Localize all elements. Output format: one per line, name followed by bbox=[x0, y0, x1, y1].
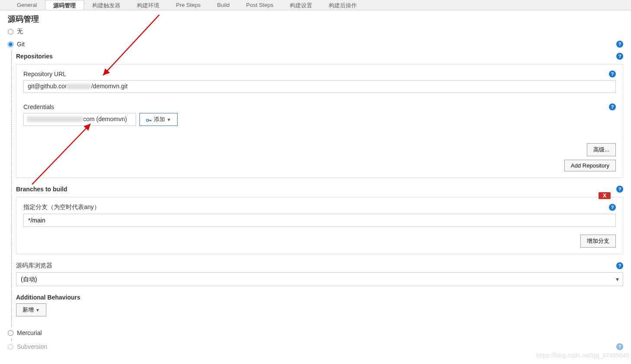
config-tabs: General 源码管理 构建触发器 构建环境 Pre Steps Build … bbox=[0, 0, 631, 10]
credentials-label: Credentials bbox=[23, 103, 54, 110]
advanced-button[interactable]: 高级... bbox=[587, 143, 616, 156]
add-repository-button[interactable]: Add Repository bbox=[564, 160, 616, 171]
scm-radio-none[interactable] bbox=[8, 29, 13, 35]
help-icon-credentials[interactable]: ? bbox=[609, 103, 616, 110]
section-title: 源码管理 bbox=[0, 10, 631, 25]
repo-browser-label: 源码库浏览器 bbox=[16, 262, 52, 270]
add-behaviour-button[interactable]: 新增 ▼ bbox=[16, 303, 46, 316]
key-icon bbox=[146, 117, 152, 122]
branches-header: Branches to build bbox=[16, 186, 67, 193]
tab-build[interactable]: Build bbox=[209, 0, 238, 10]
branch-spec-label: 指定分支（为空时代表any） bbox=[23, 203, 100, 211]
tab-scm[interactable]: 源码管理 bbox=[45, 0, 84, 10]
tab-settings[interactable]: 构建设置 bbox=[282, 0, 320, 10]
scm-label-mercurial: Mercurial bbox=[17, 329, 42, 336]
help-icon-git[interactable]: ? bbox=[616, 41, 623, 48]
repo-url-label: Repository URL bbox=[23, 71, 66, 77]
tab-env[interactable]: 构建环境 bbox=[129, 0, 168, 10]
behaviours-header: Additional Behaviours bbox=[16, 294, 81, 301]
tab-triggers[interactable]: 构建触发器 bbox=[84, 0, 129, 10]
credentials-select[interactable] bbox=[23, 113, 136, 126]
tab-postbuild[interactable]: 构建后操作 bbox=[320, 0, 365, 10]
scm-radio-mercurial[interactable] bbox=[8, 330, 13, 336]
help-icon-branch-spec[interactable]: ? bbox=[609, 204, 616, 211]
scm-label-subversion: Subversion bbox=[17, 343, 47, 350]
help-icon-repo-url[interactable]: ? bbox=[609, 71, 616, 77]
tab-poststeps[interactable]: Post Steps bbox=[238, 0, 282, 10]
delete-branch-button[interactable]: X bbox=[599, 192, 611, 199]
tab-presteps[interactable]: Pre Steps bbox=[168, 0, 209, 10]
branch-spec-input[interactable] bbox=[23, 214, 616, 227]
chevron-down-icon: ▼ bbox=[36, 308, 40, 312]
repo-url-input[interactable] bbox=[23, 80, 616, 93]
scm-radio-git[interactable] bbox=[8, 42, 13, 47]
svg-rect-3 bbox=[151, 120, 152, 122]
help-icon-branches[interactable]: ? bbox=[616, 186, 623, 193]
scm-label-none: 无 bbox=[17, 28, 23, 35]
tab-general[interactable]: General bbox=[9, 0, 45, 10]
add-behaviour-label: 新增 bbox=[23, 306, 34, 314]
repositories-header: Repositories bbox=[16, 53, 53, 60]
chevron-down-icon: ▼ bbox=[167, 117, 171, 122]
help-icon-repositories[interactable]: ? bbox=[616, 53, 623, 60]
help-icon-repo-browser[interactable]: ? bbox=[616, 262, 623, 269]
branch-panel: X 指定分支（为空时代表any） ? 增加分支 bbox=[16, 197, 623, 254]
repo-browser-select[interactable]: (自动) bbox=[16, 272, 623, 286]
scm-label-git: Git bbox=[17, 41, 25, 48]
help-icon-subversion[interactable]: ? bbox=[616, 343, 623, 350]
add-credentials-button[interactable]: 添加 ▼ bbox=[139, 113, 178, 126]
add-branch-button[interactable]: 增加分支 bbox=[580, 235, 616, 248]
scm-radio-subversion[interactable] bbox=[8, 344, 13, 350]
repository-panel: Repository URL ? git@github.cor/demomvn.… bbox=[16, 64, 623, 178]
add-credentials-label: 添加 bbox=[154, 116, 165, 123]
